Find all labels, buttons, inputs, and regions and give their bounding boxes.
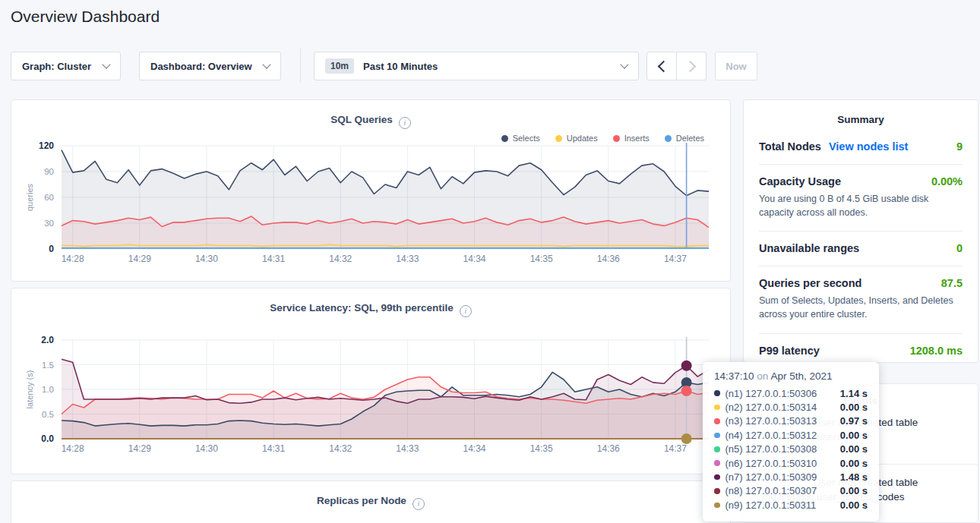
sql-queries-title: SQL Queriesi [11, 114, 730, 129]
svg-text:queries: queries [25, 183, 34, 211]
summary-row: Queries per second87.5Sum of Selects, Up… [759, 266, 963, 332]
tooltip-node-value: 0.00 s [840, 402, 868, 413]
service-latency-card: Service Latency: SQL, 99th percentilei 0… [11, 288, 731, 474]
summary-label: P99 latency [759, 345, 820, 357]
tooltip-timestamp: 14:37:10 on Apr 5th, 2021 [714, 370, 868, 382]
tooltip-row: (n8) 127.0.0.1:503070.00 s [714, 484, 868, 498]
svg-text:14:32: 14:32 [329, 254, 352, 264]
chevron-down-icon [102, 60, 110, 68]
tooltip-node-address: (n6) 127.0.0.1:50310 [726, 458, 817, 469]
now-button[interactable]: Now [715, 52, 757, 80]
next-range-button[interactable] [676, 52, 707, 80]
svg-text:14:30: 14:30 [195, 443, 218, 454]
info-icon[interactable]: i [413, 498, 425, 510]
series-dot-icon [714, 488, 720, 494]
summary-label: Queries per second [759, 277, 861, 289]
toolbar-divider [300, 49, 301, 82]
info-icon[interactable]: i [460, 305, 472, 317]
page: Overview Dashboard Graph: Cluster Dashbo… [0, 0, 980, 523]
tooltip-node-value: 0.00 s [840, 499, 868, 511]
info-icon[interactable]: i [399, 117, 411, 129]
summary-title: Summary [744, 100, 978, 125]
tooltip-node-address: (n8) 127.0.0.1:50307 [726, 485, 817, 496]
view-nodes-list-link[interactable]: View nodes list [829, 140, 909, 153]
svg-text:14:28: 14:28 [62, 254, 84, 264]
svg-text:14:30: 14:30 [195, 254, 218, 264]
replicas-per-node-title: Replicas per Nodei [11, 495, 730, 510]
svg-text:14:35: 14:35 [530, 443, 553, 454]
tooltip-node-value: 1.14 s [840, 388, 868, 399]
svg-text:14:29: 14:29 [128, 254, 151, 264]
summary-rows: Total NodesView nodes list9Capacity Usag… [744, 125, 978, 368]
time-nav-group [646, 52, 707, 80]
sql-queries-plot[interactable]: 030609012014:2814:2914:3014:3114:3214:33… [11, 140, 730, 279]
svg-text:1.5: 1.5 [42, 361, 54, 370]
series-dot-icon [714, 405, 720, 411]
tooltip-node-value: 0.97 s [840, 415, 868, 427]
tooltip-row: (n6) 127.0.0.1:503100.00 s [714, 456, 868, 470]
replicas-per-node-card: Replicas per Nodei [11, 480, 731, 523]
service-latency-title: Service Latency: SQL, 99th percentilei [11, 302, 730, 317]
series-dot-icon [714, 418, 720, 424]
svg-text:14:36: 14:36 [597, 254, 620, 264]
svg-text:latency (s): latency (s) [25, 370, 34, 409]
service-latency-plot[interactable]: 0.00.51.01.52.014:2814:2914:3014:3114:32… [11, 323, 730, 472]
svg-text:1.0: 1.0 [42, 385, 54, 394]
tooltip-row: (n4) 127.0.0.1:503120.00 s [714, 428, 868, 442]
tooltip-time: 14:37:10 [714, 370, 754, 382]
summary-label: Unavailable ranges [759, 242, 859, 254]
replicas-per-node-title-text: Replicas per Node [317, 495, 406, 506]
tooltip-rows: (n1) 127.0.0.1:503061.14 s(n2) 127.0.0.1… [714, 386, 868, 512]
summary-label: Total Nodes [759, 140, 821, 153]
tooltip-row: (n3) 127.0.0.1:503130.97 s [714, 414, 868, 428]
svg-text:14:37: 14:37 [664, 254, 687, 264]
chevron-down-icon [620, 60, 628, 68]
svg-text:14:31: 14:31 [262, 254, 285, 264]
prev-range-button[interactable] [646, 52, 677, 80]
tooltip-on-word: on [757, 370, 768, 382]
chevron-down-icon [262, 60, 270, 68]
summary-row: Unavailable ranges0 [759, 231, 963, 266]
series-dot-icon [714, 433, 720, 439]
graph-dropdown[interactable]: Graph: Cluster [11, 52, 121, 80]
tooltip-row: (n2) 127.0.0.1:503140.00 s [714, 400, 868, 414]
summary-value: 87.5 [941, 277, 963, 289]
svg-text:14:31: 14:31 [262, 443, 285, 454]
graph-dropdown-label: Graph: Cluster [22, 61, 91, 72]
svg-text:14:34: 14:34 [463, 254, 486, 264]
svg-text:14:35: 14:35 [530, 254, 553, 264]
tooltip-node-address: (n7) 127.0.0.1:50309 [726, 471, 817, 483]
service-latency-title-text: Service Latency: SQL, 99th percentile [270, 302, 454, 313]
summary-value: 9 [956, 140, 963, 153]
time-range-picker[interactable]: 10m Past 10 Minutes [314, 52, 639, 80]
tooltip-date: Apr 5th, 2021 [770, 370, 832, 382]
svg-text:14:32: 14:32 [329, 443, 352, 454]
page-title: Overview Dashboard [11, 8, 160, 26]
tooltip-node-address: (n9) 127.0.0.1:50311 [726, 499, 817, 511]
summary-value: 0.00% [931, 175, 963, 187]
time-range-badge: 10m [325, 58, 354, 74]
tooltip-row: (n9) 127.0.0.1:503110.00 s [714, 498, 868, 512]
chevron-left-icon [657, 60, 669, 72]
tooltip-node-address: (n5) 127.0.0.1:50308 [726, 443, 817, 455]
sql-queries-card: SQL Queriesi SelectsUpdatesInsertsDelete… [11, 99, 731, 282]
series-dot-icon [714, 474, 720, 480]
svg-text:60: 60 [44, 193, 54, 202]
svg-text:2.0: 2.0 [41, 335, 54, 345]
dashboard-dropdown[interactable]: Dashboard: Overview [139, 52, 281, 80]
tooltip-node-value: 0.00 s [840, 443, 868, 455]
svg-text:0.5: 0.5 [42, 410, 54, 419]
series-dot-icon [714, 460, 720, 466]
svg-text:14:36: 14:36 [597, 443, 620, 454]
tooltip-node-value: 0.00 s [840, 458, 868, 469]
tooltip-node-value: 0.00 s [840, 485, 868, 496]
series-dot-icon [714, 446, 720, 452]
summary-row: Capacity Usage0.00%You are using 0 B of … [759, 164, 963, 231]
sql-queries-title-text: SQL Queries [330, 114, 393, 125]
summary-value: 0 [956, 242, 963, 254]
series-dot-icon [714, 390, 720, 396]
chart-hover-tooltip: 14:37:10 on Apr 5th, 2021 (n1) 127.0.0.1… [703, 362, 879, 521]
svg-text:14:29: 14:29 [128, 443, 151, 454]
chevron-right-icon [684, 60, 696, 72]
svg-text:0.0: 0.0 [41, 433, 54, 444]
